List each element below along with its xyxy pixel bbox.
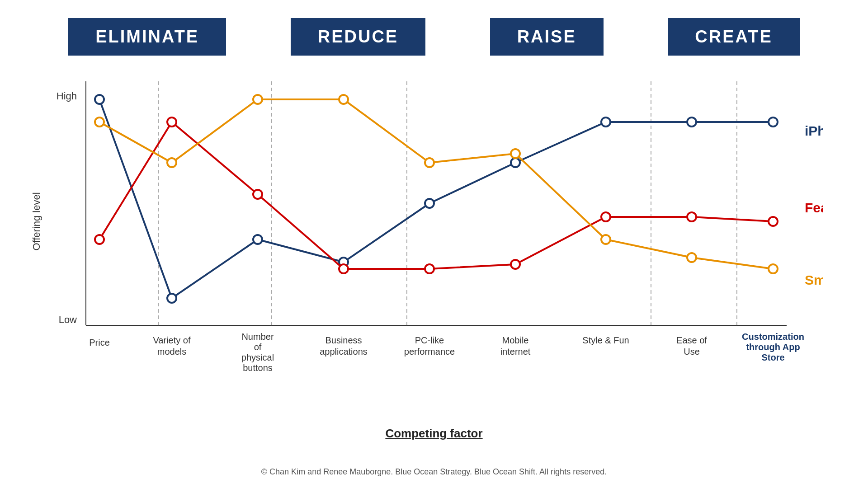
svg-text:Mobile: Mobile [502, 335, 529, 345]
svg-point-51 [425, 158, 434, 167]
svg-point-39 [167, 117, 176, 127]
svg-point-53 [601, 235, 610, 244]
svg-point-43 [511, 260, 520, 269]
svg-text:models: models [157, 347, 186, 357]
svg-point-41 [339, 264, 348, 273]
svg-text:Feature phone: Feature phone [805, 200, 823, 215]
create-box: CREATE [668, 18, 799, 56]
svg-point-34 [511, 158, 520, 167]
svg-text:iPhone: iPhone [805, 123, 823, 138]
svg-text:of: of [254, 342, 262, 352]
svg-text:Store: Store [761, 352, 784, 362]
svg-text:Ease of: Ease of [676, 335, 707, 345]
svg-text:Low: Low [59, 314, 77, 325]
svg-text:Price: Price [89, 338, 110, 347]
svg-point-30 [167, 294, 176, 303]
svg-text:Variety of: Variety of [153, 335, 191, 345]
svg-text:Offering level: Offering level [31, 192, 42, 250]
svg-text:PC-like: PC-like [415, 335, 444, 345]
svg-text:Number: Number [241, 332, 274, 342]
strategy-canvas-chart: Offering level High Low Price Variety of… [27, 63, 823, 416]
svg-text:High: High [57, 90, 77, 102]
svg-point-54 [687, 253, 696, 262]
svg-text:Use: Use [684, 347, 700, 357]
footer-copyright: © Chan Kim and Renee Mauborgne. Blue Oce… [0, 467, 868, 477]
svg-text:Business: Business [325, 335, 362, 345]
svg-point-29 [95, 95, 104, 104]
svg-point-52 [511, 149, 520, 158]
competing-factor-label: Competing factor [0, 427, 868, 441]
svg-text:Smartphone: Smartphone [805, 272, 823, 287]
svg-point-44 [601, 212, 610, 221]
svg-point-49 [253, 95, 262, 104]
svg-text:internet: internet [500, 347, 531, 357]
svg-text:applications: applications [320, 347, 368, 357]
svg-point-46 [769, 217, 778, 226]
svg-text:Style & Fun: Style & Fun [582, 335, 629, 345]
svg-point-33 [425, 199, 434, 208]
svg-point-36 [687, 117, 696, 127]
svg-point-40 [253, 190, 262, 199]
svg-text:physical: physical [241, 352, 274, 362]
eliminate-box: ELIMINATE [68, 18, 226, 56]
raise-box: RAISE [490, 18, 604, 56]
svg-point-42 [425, 264, 434, 273]
reduce-box: REDUCE [291, 18, 425, 56]
svg-point-37 [769, 117, 778, 127]
svg-text:performance: performance [404, 347, 455, 357]
svg-text:buttons: buttons [243, 363, 273, 373]
svg-point-38 [95, 235, 104, 244]
svg-point-35 [601, 117, 610, 127]
svg-point-48 [167, 158, 176, 167]
svg-point-45 [687, 212, 696, 221]
svg-point-31 [253, 235, 262, 244]
svg-point-47 [95, 117, 104, 127]
svg-point-55 [769, 264, 778, 273]
svg-text:Customization: Customization [742, 332, 804, 342]
svg-point-50 [339, 95, 348, 104]
svg-text:through App: through App [746, 342, 800, 352]
